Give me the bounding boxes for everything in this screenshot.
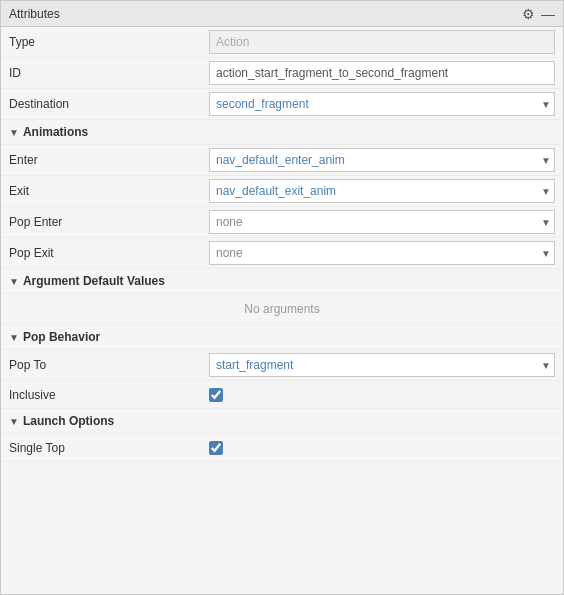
pop-exit-label: Pop Exit	[9, 246, 209, 260]
enter-select[interactable]: nav_default_enter_anim	[209, 148, 555, 172]
animations-section-title: Animations	[23, 125, 88, 139]
destination-label: Destination	[9, 97, 209, 111]
id-label: ID	[9, 66, 209, 80]
single-top-checkbox[interactable]	[209, 441, 223, 455]
pop-enter-select-wrapper: none ▼	[209, 210, 555, 234]
argument-defaults-collapse-icon: ▼	[9, 276, 19, 287]
type-label: Type	[9, 35, 209, 49]
attributes-panel: Attributes ⚙ — Type ID Destination secon…	[0, 0, 564, 595]
enter-label: Enter	[9, 153, 209, 167]
exit-select-wrapper: nav_default_exit_anim ▼	[209, 179, 555, 203]
single-top-row: Single Top	[1, 434, 563, 462]
minimize-icon[interactable]: —	[541, 7, 555, 21]
inclusive-checkbox-wrapper	[209, 388, 223, 402]
exit-row: Exit nav_default_exit_anim ▼	[1, 176, 563, 207]
enter-select-wrapper: nav_default_enter_anim ▼	[209, 148, 555, 172]
inclusive-label: Inclusive	[9, 388, 209, 402]
pop-to-row: Pop To start_fragment ▼	[1, 350, 563, 381]
id-input[interactable]	[209, 61, 555, 85]
header-icons: ⚙ —	[522, 7, 555, 21]
launch-options-section-title: Launch Options	[23, 414, 114, 428]
type-row: Type	[1, 27, 563, 58]
pop-enter-label: Pop Enter	[9, 215, 209, 229]
no-arguments: No arguments	[1, 294, 563, 325]
pop-enter-select[interactable]: none	[209, 210, 555, 234]
pop-exit-select-wrapper: none ▼	[209, 241, 555, 265]
enter-row: Enter nav_default_enter_anim ▼	[1, 145, 563, 176]
single-top-checkbox-wrapper	[209, 441, 223, 455]
destination-select[interactable]: second_fragment	[209, 92, 555, 116]
gear-icon[interactable]: ⚙	[522, 7, 535, 21]
inclusive-checkbox[interactable]	[209, 388, 223, 402]
panel-title: Attributes	[9, 7, 60, 21]
exit-select[interactable]: nav_default_exit_anim	[209, 179, 555, 203]
pop-to-select-wrapper: start_fragment ▼	[209, 353, 555, 377]
launch-options-section-header[interactable]: ▼ Launch Options	[1, 409, 563, 434]
argument-defaults-section-title: Argument Default Values	[23, 274, 165, 288]
id-row: ID	[1, 58, 563, 89]
pop-behavior-collapse-icon: ▼	[9, 332, 19, 343]
pop-to-select[interactable]: start_fragment	[209, 353, 555, 377]
single-top-label: Single Top	[9, 441, 209, 455]
argument-defaults-section-header[interactable]: ▼ Argument Default Values	[1, 269, 563, 294]
pop-exit-row: Pop Exit none ▼	[1, 238, 563, 269]
inclusive-row: Inclusive	[1, 381, 563, 409]
type-input[interactable]	[209, 30, 555, 54]
pop-enter-row: Pop Enter none ▼	[1, 207, 563, 238]
pop-to-label: Pop To	[9, 358, 209, 372]
animations-collapse-icon: ▼	[9, 127, 19, 138]
panel-header: Attributes ⚙ —	[1, 1, 563, 27]
panel-body: Type ID Destination second_fragment ▼ ▼ …	[1, 27, 563, 594]
pop-behavior-section-header[interactable]: ▼ Pop Behavior	[1, 325, 563, 350]
destination-row: Destination second_fragment ▼	[1, 89, 563, 120]
launch-options-collapse-icon: ▼	[9, 416, 19, 427]
pop-exit-select[interactable]: none	[209, 241, 555, 265]
pop-behavior-section-title: Pop Behavior	[23, 330, 100, 344]
exit-label: Exit	[9, 184, 209, 198]
destination-select-wrapper: second_fragment ▼	[209, 92, 555, 116]
animations-section-header[interactable]: ▼ Animations	[1, 120, 563, 145]
